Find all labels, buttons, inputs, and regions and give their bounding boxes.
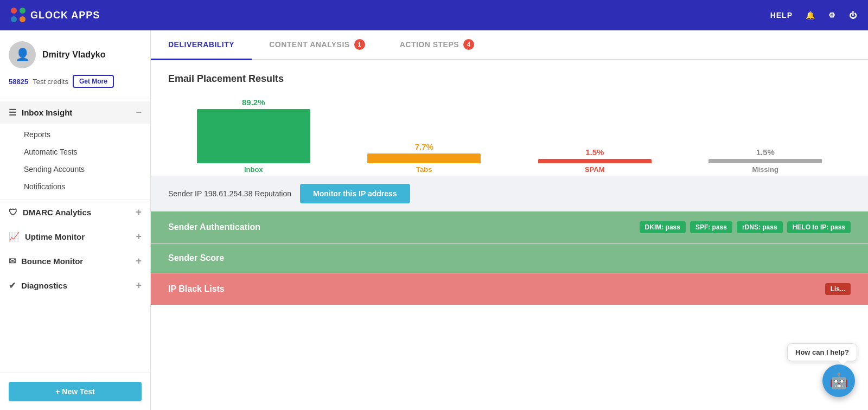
tab-deliverability[interactable]: DELIVERABILITY [151, 30, 252, 60]
placement-title: Email Placement Results [168, 73, 851, 85]
gear-icon[interactable]: ⚙ [828, 11, 836, 20]
dkim-badge: DKIM: pass [640, 221, 686, 233]
chat-bubble[interactable]: 🤖 [822, 364, 855, 397]
diagnostics-icon: ✔ [9, 280, 16, 291]
tabs-pct: 7.7% [415, 142, 433, 151]
bell-icon[interactable]: 🔔 [806, 11, 815, 20]
sidebar-bottom-button[interactable]: + New Test [9, 382, 142, 401]
tab-action-steps-label: ACTION STEPS [400, 40, 459, 49]
content-scroll: Email Placement Results 89.2% Inbox 7.7%… [151, 60, 868, 410]
chart-col-spam: 1.5% SPAM [509, 98, 680, 174]
bar-tabs [367, 153, 481, 163]
topnav-right: HELP 🔔 ⚙ ⏻ [770, 11, 857, 20]
missing-label: Missing [752, 165, 778, 174]
tab-content-analysis[interactable]: CONTENT ANALYSIS 1 [252, 30, 382, 60]
uptime-label: Uptime Monitor [25, 232, 85, 241]
auth-section-blacklists: IP Black Lists Lis... [151, 273, 868, 305]
sidebar: 👤 Dmitry Vladyko 58825 Test credits Get … [0, 30, 151, 410]
ip-label: Sender IP 198.61.254.38 Reputation [168, 189, 291, 198]
app-logo: GLOCK APPS [11, 8, 100, 23]
spf-badge: SPF: pass [690, 221, 732, 233]
auth-score-header[interactable]: Sender Score [151, 244, 868, 273]
help-link[interactable]: HELP [770, 11, 793, 20]
placement-chart: 89.2% Inbox 7.7% Tabs 1.5% SPAM [168, 98, 851, 163]
logo-dot-blue [11, 16, 17, 22]
profile-name: Dmitry Vladyko [42, 50, 105, 60]
credits-row: 58825 Test credits Get More [9, 75, 142, 88]
sidebar-sub-item-sending-accounts[interactable]: Sending Accounts [0, 161, 150, 178]
main-layout: 👤 Dmitry Vladyko 58825 Test credits Get … [0, 30, 868, 410]
chart-col-inbox: 89.2% Inbox [168, 98, 339, 174]
tab-action-steps[interactable]: ACTION STEPS 4 [382, 30, 492, 60]
content-area: DELIVERABILITY CONTENT ANALYSIS 1 ACTION… [151, 30, 868, 410]
tab-action-steps-badge: 4 [463, 39, 474, 50]
auth-blacklists-header[interactable]: IP Black Lists Lis... [151, 273, 868, 305]
inbox-pct: 89.2% [242, 98, 265, 107]
dmarc-expand[interactable]: + [136, 207, 142, 218]
power-icon[interactable]: ⏻ [849, 11, 857, 20]
ip-section: Sender IP 198.61.254.38 Reputation Monit… [151, 176, 868, 211]
sidebar-item-uptime[interactable]: 📈 Uptime Monitor + [0, 225, 150, 249]
auth-section-score: Sender Score [151, 243, 868, 273]
chat-tooltip-text: How can I help? [795, 348, 849, 356]
bar-inbox [197, 109, 310, 163]
auth-section-authentication: Sender Authentication DKIM: pass SPF: pa… [151, 211, 868, 243]
avatar: 👤 [9, 41, 36, 68]
dmarc-icon: 🛡 [9, 208, 17, 217]
auth-score-title: Sender Score [168, 253, 224, 263]
chart-col-missing: 1.5% Missing [680, 98, 851, 174]
spam-label: SPAM [585, 165, 605, 174]
sidebar-profile: 👤 Dmitry Vladyko 58825 Test credits Get … [0, 30, 150, 99]
diagnostics-expand[interactable]: + [136, 280, 142, 291]
chat-icon: 🤖 [829, 372, 848, 390]
profile-row: 👤 Dmitry Vladyko [9, 41, 142, 68]
sidebar-item-inbox-insight[interactable]: ☰ Inbox Insight − [0, 101, 150, 124]
uptime-expand[interactable]: + [136, 231, 142, 242]
chat-tooltip: How can I help? [787, 343, 857, 361]
bounce-label: Bounce Monitor [21, 257, 83, 266]
auth-blacklists-badges: Lis... [825, 283, 851, 295]
tabs-bar: DELIVERABILITY CONTENT ANALYSIS 1 ACTION… [151, 30, 868, 60]
inbox-insight-icon: ☰ [9, 107, 16, 118]
placement-section: Email Placement Results 89.2% Inbox 7.7%… [151, 60, 868, 176]
rdns-badge: rDNS: pass [737, 221, 783, 233]
missing-pct: 1.5% [756, 148, 775, 157]
logo-dot-green [20, 8, 25, 14]
sidebar-item-bounce[interactable]: ✉ Bounce Monitor + [0, 249, 150, 273]
monitor-ip-button[interactable]: Monitor this IP address [300, 184, 410, 203]
auth-blacklists-title: IP Black Lists [168, 284, 225, 294]
bounce-expand[interactable]: + [136, 255, 142, 267]
inbox-insight-expand[interactable]: − [136, 107, 142, 118]
auth-authentication-badges: DKIM: pass SPF: pass rDNS: pass HELO to … [640, 221, 851, 233]
tabs-label-text: Tabs [416, 165, 432, 174]
credits-count: 58825 [9, 78, 28, 86]
inbox-label: Inbox [244, 165, 263, 174]
diagnostics-label: Diagnostics [21, 281, 67, 290]
tab-deliverability-label: DELIVERABILITY [168, 40, 234, 49]
logo-dot-red [11, 8, 17, 14]
inbox-insight-subitems: Reports Automatic Tests Sending Accounts… [0, 124, 150, 197]
helo-badge: HELO to IP: pass [787, 221, 851, 233]
inbox-insight-label: Inbox Insight [22, 108, 72, 117]
auth-authentication-header[interactable]: Sender Authentication DKIM: pass SPF: pa… [151, 212, 868, 243]
dmarc-label: DMARC Analytics [23, 208, 91, 217]
spam-pct: 1.5% [585, 148, 604, 157]
bar-missing [709, 159, 822, 163]
blacklist-badge: Lis... [825, 283, 851, 295]
get-more-button[interactable]: Get More [73, 75, 114, 88]
sidebar-sub-item-automatic-tests[interactable]: Automatic Tests [0, 143, 150, 161]
sidebar-section-inbox: ☰ Inbox Insight − Reports Automatic Test… [0, 99, 150, 200]
tab-content-analysis-label: CONTENT ANALYSIS [269, 40, 350, 49]
sidebar-item-dmarc[interactable]: 🛡 DMARC Analytics + [0, 200, 150, 225]
uptime-icon: 📈 [9, 232, 20, 242]
sidebar-sub-item-notifications[interactable]: Notifications [0, 178, 150, 195]
sidebar-sub-item-reports[interactable]: Reports [0, 126, 150, 143]
auth-authentication-title: Sender Authentication [168, 222, 260, 232]
logo-dots [11, 8, 26, 23]
logo-dot-orange [20, 16, 25, 22]
sidebar-item-diagnostics[interactable]: ✔ Diagnostics + [0, 273, 150, 298]
bounce-icon: ✉ [9, 256, 16, 266]
tab-content-analysis-badge: 1 [354, 39, 365, 50]
app-name: GLOCK APPS [30, 10, 100, 21]
top-navigation: GLOCK APPS HELP 🔔 ⚙ ⏻ [0, 0, 868, 30]
